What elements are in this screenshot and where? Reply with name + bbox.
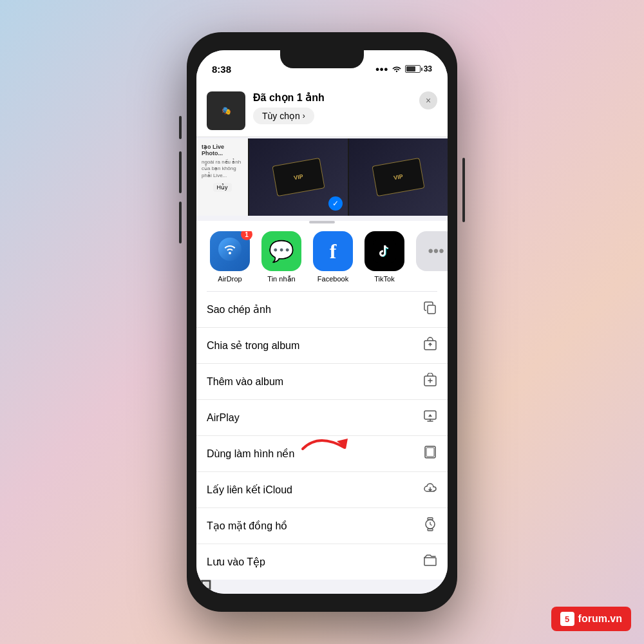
photo-right: VIP 🔲 xyxy=(349,138,448,216)
photo-center: VIP ✓ xyxy=(249,138,348,216)
status-icons: ●●● 33 xyxy=(375,64,432,74)
save-files-label: Lưu vào Tệp xyxy=(207,556,265,568)
signal-icon: ●●● xyxy=(375,65,388,73)
facebook-icon: f xyxy=(313,231,353,271)
watch-face-label: Tạo mặt đồng hồ xyxy=(207,520,287,532)
menu-item-save-files[interactable]: Lưu vào Tệp xyxy=(196,544,448,580)
notif-panel: tạo Live Photo... ngoài ra nếu ảnh của b… xyxy=(196,138,248,216)
app-item-tiktok[interactable]: TikTok xyxy=(361,231,408,283)
watch-face-icon xyxy=(423,517,437,535)
forum-badge-s: 5 xyxy=(560,612,574,626)
apps-section: 1 AirDrop 💬 Tin nhắn f xyxy=(196,221,448,292)
tiktok-label: TikTok xyxy=(374,275,394,283)
app-item-messages[interactable]: 💬 Tin nhắn xyxy=(258,231,305,283)
menu-item-copy[interactable]: Sao chép ảnh xyxy=(196,292,448,328)
svg-rect-8 xyxy=(426,448,434,457)
app-item-facebook[interactable]: f Facebook xyxy=(310,231,356,283)
menu-item-share-album[interactable]: Chia sẻ trong album xyxy=(196,328,448,364)
airdrop-label: AirDrop xyxy=(218,275,242,283)
share-header-title: Đã chọn 1 ảnh xyxy=(253,91,412,104)
airdrop-badge: 1 xyxy=(241,231,252,240)
menu-list: Sao chép ảnh Chia sẻ trong album xyxy=(196,292,448,580)
add-album-icon xyxy=(423,373,437,390)
battery-icon xyxy=(405,65,421,73)
messages-icon: 💬 xyxy=(261,231,301,271)
share-header: 🎭 Đã chọn 1 ảnh Tùy chọn › × xyxy=(196,82,448,137)
more-icon: ••• xyxy=(416,231,448,271)
share-header-info: Đã chọn 1 ảnh Tùy chọn › xyxy=(253,91,412,124)
app-item-more[interactable]: ••• xyxy=(413,231,448,283)
status-time: 8:38 xyxy=(212,64,231,75)
share-thumbnail: 🎭 xyxy=(207,91,245,130)
forum-badge-text: forum.vn xyxy=(578,613,622,625)
copy-label: Sao chép ảnh xyxy=(207,303,271,316)
svg-marker-6 xyxy=(337,439,348,449)
wallpaper-icon xyxy=(423,445,437,462)
airdrop-icon: 1 xyxy=(210,231,250,271)
facebook-label: Facebook xyxy=(317,275,348,283)
icloud-label: Lấy liên kết iCloud xyxy=(207,484,292,496)
share-album-label: Chia sẻ trong album xyxy=(207,339,299,352)
save-files-icon xyxy=(423,553,437,571)
menu-item-wallpaper[interactable]: Dùng làm hình nền xyxy=(196,436,448,472)
chevron-right-icon: › xyxy=(303,111,305,120)
svg-rect-2 xyxy=(428,305,435,314)
add-album-label: Thêm vào album xyxy=(207,376,283,388)
menu-item-icloud[interactable]: Lấy liên kết iCloud xyxy=(196,472,448,508)
bottom-spacing xyxy=(196,580,448,594)
copy-icon xyxy=(423,301,437,318)
airplay-icon xyxy=(423,409,437,426)
share-album-icon xyxy=(423,337,437,354)
notch xyxy=(280,50,364,68)
menu-item-airplay[interactable]: AirPlay xyxy=(196,400,448,436)
share-sheet-scroll[interactable]: 1 AirDrop 💬 Tin nhắn f xyxy=(196,216,448,594)
phone-frame: 8:38 ●●● 33 xyxy=(187,32,457,612)
forum-badge: 5 forum.vn xyxy=(551,607,631,631)
messages-label: Tin nhắn xyxy=(267,275,295,283)
apps-scroll: 1 AirDrop 💬 Tin nhắn f xyxy=(196,231,448,283)
close-button[interactable]: × xyxy=(419,91,437,109)
airplay-label: AirPlay xyxy=(207,412,240,424)
photo-strip: tạo Live Photo... ngoài ra nếu ảnh của b… xyxy=(196,138,448,216)
cancel-notif-button[interactable]: Hủy xyxy=(213,183,232,192)
selected-badge: ✓ xyxy=(328,196,343,211)
battery-level: 33 xyxy=(424,64,432,73)
phone-screen: 8:38 ●●● 33 xyxy=(196,50,448,594)
app-item-airdrop[interactable]: 1 AirDrop xyxy=(207,231,253,283)
icloud-icon xyxy=(423,481,437,498)
drag-pill xyxy=(309,221,335,223)
menu-item-watch-face[interactable]: Tạo mặt đồng hồ xyxy=(196,508,448,544)
wifi-icon xyxy=(392,64,402,74)
wallpaper-label: Dùng làm hình nền xyxy=(207,448,294,460)
menu-item-add-album[interactable]: Thêm vào album xyxy=(196,364,448,400)
tuy-chon-button[interactable]: Tùy chọn › xyxy=(253,108,314,124)
tiktok-icon xyxy=(365,231,404,271)
